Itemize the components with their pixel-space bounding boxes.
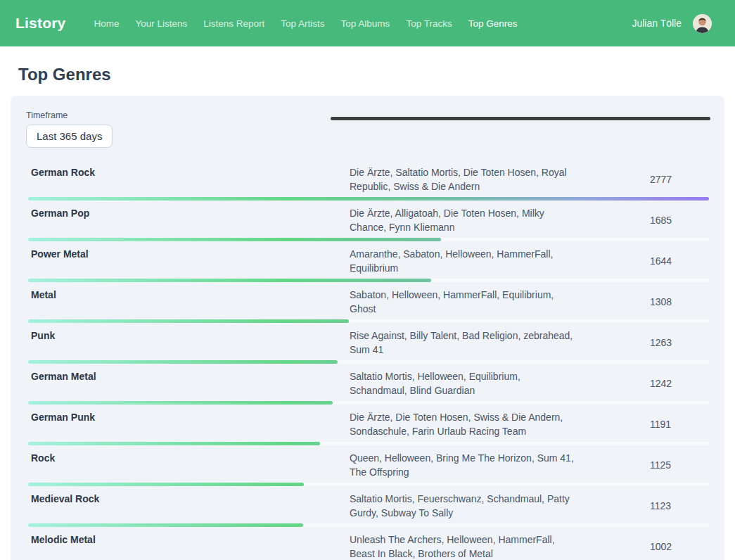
genre-artists: Die Ärzte, Die Toten Hosen, Swiss & Die … — [350, 410, 576, 438]
nav-item-home[interactable]: Home — [94, 18, 119, 29]
genre-bar — [28, 360, 338, 364]
genres-card: Timeframe Last 365 days German Rock Die … — [11, 96, 724, 560]
top-nav-bar: Listory HomeYour ListensListens ReportTo… — [0, 0, 735, 46]
genre-name: German Rock — [26, 165, 350, 193]
genre-artists: Die Ärzte, Alligatoah, Die Toten Hosen, … — [350, 206, 576, 234]
timeframe-select[interactable]: Last 365 days — [26, 125, 113, 148]
genre-artists: Die Ärzte, Saltatio Mortis, Die Toten Ho… — [350, 165, 576, 193]
nav-item-top-artists[interactable]: Top Artists — [281, 18, 324, 29]
genre-name: Melodic Metal — [26, 533, 350, 560]
genre-name: German Metal — [26, 369, 350, 397]
genre-bar-track — [28, 238, 709, 241]
genre-count: 1191 — [650, 419, 709, 430]
genre-bar — [28, 401, 333, 405]
nav-item-listens-report[interactable]: Listens Report — [203, 18, 264, 29]
genre-count: 1002 — [650, 541, 709, 552]
genre-count: 1242 — [650, 378, 709, 389]
timeframe-value: Last 365 days — [37, 130, 102, 142]
genre-bar-track — [28, 197, 709, 201]
genre-name: German Pop — [26, 206, 350, 234]
genre-bar — [28, 279, 431, 282]
genre-bar-track — [28, 442, 709, 445]
genre-bar — [28, 238, 441, 241]
genre-table: German Rock Die Ärzte, Saltatio Mortis, … — [26, 162, 709, 560]
genre-row[interactable]: Melodic Metal Unleash The Archers, Hello… — [26, 529, 709, 560]
genre-row[interactable]: Power Metal Amaranthe, Sabaton, Hellowee… — [26, 243, 709, 284]
genre-name: Rock — [26, 451, 350, 479]
avatar-photo-icon — [693, 14, 712, 33]
genre-name: German Punk — [26, 410, 350, 438]
page-title: Top Genres — [18, 65, 735, 84]
genre-artists: Saltatio Mortis, Feuerschwanz, Schandmau… — [350, 492, 576, 520]
genre-bar — [28, 319, 349, 323]
genre-row[interactable]: Metal Sabaton, Helloween, HammerFall, Eq… — [26, 284, 709, 325]
nav-item-top-genres[interactable]: Top Genres — [468, 18, 518, 29]
genre-count: 1125 — [650, 459, 709, 471]
genre-bar — [28, 483, 304, 486]
main-nav: HomeYour ListensListens ReportTop Artist… — [94, 18, 517, 29]
genre-count: 1308 — [650, 296, 709, 307]
genre-row[interactable]: German Pop Die Ärzte, Alligatoah, Die To… — [26, 203, 709, 243]
genre-bar-track — [28, 279, 709, 282]
genre-bar-track — [28, 483, 709, 486]
genre-bar-track — [28, 401, 709, 405]
genre-row[interactable]: German Rock Die Ärzte, Saltatio Mortis, … — [26, 162, 709, 203]
app-logo[interactable]: Listory — [15, 15, 65, 32]
genre-artists: Sabaton, Helloween, HammerFall, Equilibr… — [350, 288, 576, 316]
genre-bar — [28, 442, 320, 445]
user-area: Julian Tölle — [632, 14, 712, 33]
nav-item-top-albums[interactable]: Top Albums — [341, 18, 390, 29]
horizontal-scrollbar-thumb[interactable] — [331, 117, 710, 120]
genre-bar-track — [28, 523, 709, 527]
genre-artists: Amaranthe, Sabaton, Helloween, HammerFal… — [350, 247, 576, 275]
genre-artists: Queen, Helloween, Bring Me The Horizon, … — [350, 451, 576, 479]
genre-row[interactable]: Medieval Rock Saltatio Mortis, Feuerschw… — [26, 488, 709, 529]
genre-row[interactable]: German Punk Die Ärzte, Die Toten Hosen, … — [26, 407, 709, 447]
genre-bar-track — [28, 360, 709, 364]
genre-bar — [28, 523, 303, 527]
genre-row[interactable]: Punk Rise Against, Billy Talent, Bad Rel… — [26, 325, 709, 366]
genre-count: 1644 — [650, 255, 709, 267]
genre-count: 1123 — [650, 500, 709, 511]
genre-name: Medieval Rock — [26, 492, 350, 520]
genre-name: Punk — [26, 329, 350, 357]
genre-count: 1685 — [650, 215, 709, 226]
genre-count: 1263 — [650, 337, 709, 348]
user-avatar[interactable] — [693, 14, 712, 33]
genre-count: 2777 — [650, 174, 709, 185]
genre-artists: Rise Against, Billy Talent, Bad Religion… — [350, 329, 576, 357]
genre-name: Metal — [26, 288, 350, 316]
genre-artists: Saltatio Mortis, Helloween, Equilibrium,… — [350, 369, 576, 397]
genre-artists: Unleash The Archers, Helloween, HammerFa… — [350, 533, 576, 560]
genre-row[interactable]: German Metal Saltatio Mortis, Helloween,… — [26, 366, 709, 407]
user-name[interactable]: Julian Tölle — [632, 18, 682, 29]
nav-item-your-listens[interactable]: Your Listens — [135, 18, 187, 29]
genre-name: Power Metal — [26, 247, 350, 275]
genre-bar — [28, 197, 709, 201]
genre-row[interactable]: Rock Queen, Helloween, Bring Me The Hori… — [26, 447, 709, 488]
genre-bar-track — [28, 319, 709, 323]
nav-item-top-tracks[interactable]: Top Tracks — [406, 18, 452, 29]
